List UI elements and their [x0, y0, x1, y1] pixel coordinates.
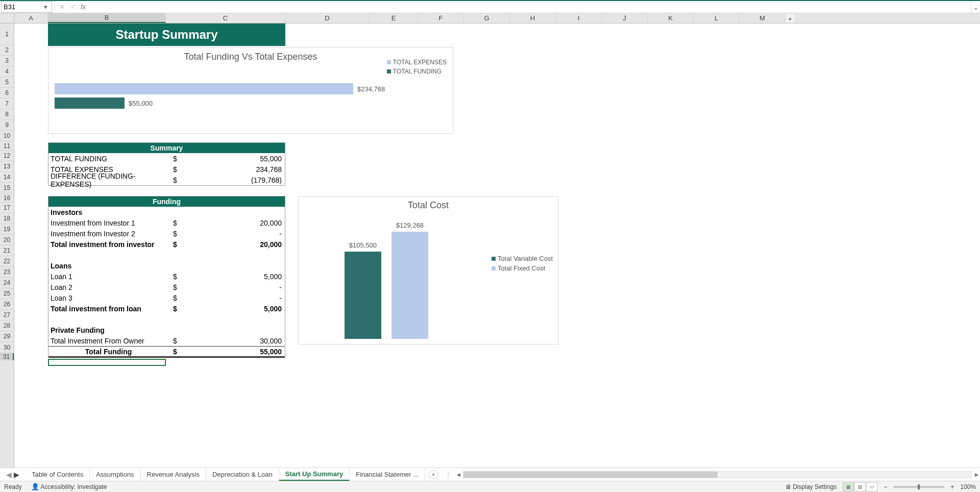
col-header-L[interactable]: L — [694, 13, 740, 23]
sheet-tab-start-up-summary[interactable]: Start Up Summary — [279, 468, 350, 481]
col-header-C[interactable]: C — [166, 13, 285, 23]
row-header-14[interactable]: 14 — [0, 172, 14, 183]
col-header-J[interactable]: J — [602, 13, 648, 23]
row-header-28[interactable]: 28 — [0, 321, 14, 331]
hscroll-thumb[interactable] — [463, 472, 717, 478]
cell-label: Loan 3 — [48, 294, 166, 302]
cell-currency: $ — [166, 294, 184, 302]
row-header-17[interactable]: 17 — [0, 203, 14, 213]
col-header-G[interactable]: G — [464, 13, 510, 23]
funding-row-1: Investment from Investor 1$20,000 — [48, 217, 285, 228]
chart2-legend-item-0: Total Variable Cost — [492, 255, 553, 262]
chart1-bar-fill-0 — [55, 83, 353, 94]
sheet-tab-financial-statemer-[interactable]: Financial Statemer ... — [350, 468, 425, 481]
row-header-23[interactable]: 23 — [0, 267, 14, 278]
status-bar: Ready 👤 Accessibility: Investigate 🖥 Dis… — [0, 481, 980, 492]
view-page-break-button[interactable]: ▭ — [866, 482, 877, 491]
row-header-25[interactable]: 25 — [0, 288, 14, 299]
col-header-B[interactable]: B — [48, 13, 166, 23]
zoom-level[interactable]: 100% — [960, 483, 976, 490]
chart2-legend: Total Variable CostTotal Fixed Cost — [492, 255, 553, 274]
zoom-thumb[interactable] — [918, 484, 920, 489]
display-settings-button[interactable]: 🖥 Display Settings — [785, 483, 837, 490]
hscroll-right-icon[interactable]: ▶ — [973, 468, 980, 481]
row-header-18[interactable]: 18 — [0, 213, 14, 224]
formula-bar: B31 ▾ ⋮ ✕ ✓ fx ⌄ — [0, 1, 980, 13]
row-header-12[interactable]: 12 — [0, 151, 14, 161]
zoom-out-button[interactable]: − — [884, 483, 887, 490]
name-box[interactable]: B31 ▾ — [1, 2, 52, 13]
tab-nav-next-icon[interactable]: ▶ — [14, 471, 19, 479]
sheet-tab-table-of-contents[interactable]: Table of Contents — [26, 468, 90, 481]
row-header-20[interactable]: 20 — [0, 235, 14, 245]
cell-value: - — [184, 294, 285, 302]
formula-bar-expand-icon[interactable]: ⌄ — [971, 2, 980, 13]
row-header-13[interactable]: 13 — [0, 161, 14, 172]
row-header-1[interactable]: 1 — [0, 23, 14, 45]
sheet-tab-depreciation-loan[interactable]: Depreciation & Loan — [206, 468, 279, 481]
col-header-I[interactable]: I — [556, 13, 602, 23]
row-header-21[interactable]: 21 — [0, 245, 14, 256]
formula-input[interactable] — [88, 2, 971, 13]
name-box-dropdown-icon[interactable]: ▾ — [41, 3, 50, 11]
row-header-31[interactable]: 31 — [0, 353, 14, 360]
row-header-15[interactable]: 15 — [0, 183, 14, 193]
row-header-3[interactable]: 3 — [0, 56, 14, 66]
col-header-M[interactable]: M — [740, 13, 786, 23]
zoom-slider[interactable] — [893, 486, 944, 488]
chart1-bar-1: $55,000 — [55, 97, 386, 109]
col-header-A[interactable]: A — [14, 13, 48, 23]
funding-row-3: Total investment from investor$20,000 — [48, 239, 285, 250]
chart-total-cost[interactable]: Total Cost $105,500$129,268 Total Variab… — [298, 196, 558, 345]
cell-currency: $ — [166, 165, 184, 174]
col-header-F[interactable]: F — [418, 13, 464, 23]
row-header-26[interactable]: 26 — [0, 299, 14, 310]
row-header-27[interactable]: 27 — [0, 310, 14, 321]
row-header-2[interactable]: 2 — [0, 45, 14, 56]
col-header-D[interactable]: D — [285, 13, 370, 23]
view-page-layout-button[interactable]: ▤ — [854, 482, 866, 491]
row-header-30[interactable]: 30 — [0, 342, 14, 353]
cell-value: - — [184, 230, 285, 238]
row-header-8[interactable]: 8 — [0, 109, 14, 120]
row-header-9[interactable]: 9 — [0, 120, 14, 131]
funding-row-12: Total Investment From Owner$30,000 — [48, 335, 285, 346]
row-header-24[interactable]: 24 — [0, 278, 14, 288]
fx-icon[interactable]: fx — [81, 3, 86, 11]
row-header-29[interactable]: 29 — [0, 331, 14, 342]
sheet-canvas[interactable]: Startup Summary Total Funding Vs Total E… — [14, 23, 980, 468]
hscroll-left-icon[interactable]: ◀ — [455, 468, 462, 481]
legend-swatch — [492, 257, 496, 261]
row-header-19[interactable]: 19 — [0, 224, 14, 235]
col-header-H[interactable]: H — [510, 13, 556, 23]
confirm-formula-icon[interactable]: ✓ — [67, 2, 79, 13]
col-header-K[interactable]: K — [648, 13, 694, 23]
sheet-tab-assumptions[interactable]: Assumptions — [90, 468, 140, 481]
horizontal-scrollbar[interactable] — [463, 471, 972, 478]
chart-funding-vs-expenses[interactable]: Total Funding Vs Total Expenses TOTAL EX… — [48, 47, 453, 134]
zoom-in-button[interactable]: + — [950, 483, 954, 490]
select-all-corner[interactable] — [0, 13, 14, 23]
sheet-tab-revenue-analysis[interactable]: Revenue Analysis — [141, 468, 206, 481]
cell-currency: $ — [166, 230, 184, 238]
legend-swatch — [492, 266, 496, 270]
add-sheet-button[interactable]: + — [428, 470, 438, 479]
row-header-10[interactable]: 10 — [0, 131, 14, 141]
cancel-formula-icon[interactable]: ✕ — [56, 2, 67, 13]
scroll-up-icon[interactable]: ▲ — [786, 13, 795, 23]
row-header-16[interactable]: 16 — [0, 193, 14, 203]
col-header-E[interactable]: E — [370, 13, 418, 23]
cell-value: 234,768 — [184, 165, 285, 174]
row-header-6[interactable]: 6 — [0, 88, 14, 99]
row-header-4[interactable]: 4 — [0, 66, 14, 77]
status-accessibility[interactable]: 👤 Accessibility: Investigate — [31, 483, 107, 490]
active-cell-B31[interactable] — [48, 359, 166, 366]
row-header-22[interactable]: 22 — [0, 256, 14, 267]
row-header-7[interactable]: 7 — [0, 99, 14, 109]
row-header-11[interactable]: 11 — [0, 141, 14, 151]
chart2-bar-0: $105,500 — [345, 252, 381, 339]
view-normal-button[interactable]: ▦ — [843, 482, 854, 491]
row-header-5[interactable]: 5 — [0, 77, 14, 88]
tab-nav-prev-icon[interactable]: ◀ — [6, 471, 12, 479]
cell-value: 20,000 — [184, 240, 285, 249]
